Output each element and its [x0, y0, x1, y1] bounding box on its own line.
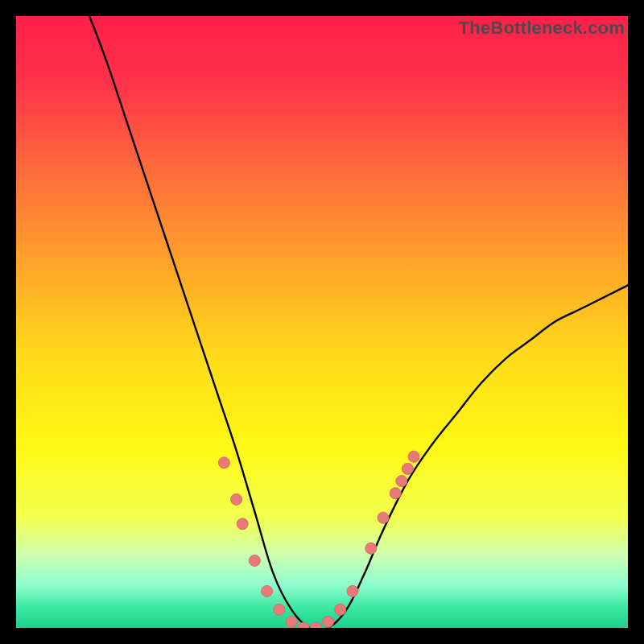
highlight-dot [323, 616, 334, 627]
highlight-dot [408, 451, 419, 462]
highlight-dot [218, 457, 229, 469]
plot-area [16, 16, 628, 628]
highlight-dot [286, 616, 297, 627]
watermark-text: TheBottleneck.com [459, 18, 625, 39]
chart-frame: TheBottleneck.com [0, 0, 644, 644]
gradient-background [16, 16, 628, 628]
highlight-dot [390, 488, 401, 499]
highlight-dot [402, 463, 413, 474]
highlight-dot [274, 604, 285, 615]
highlight-dot [378, 512, 389, 523]
highlight-dot [237, 518, 248, 530]
highlight-dot [249, 555, 260, 566]
highlight-dot [335, 604, 346, 615]
highlight-dot [347, 585, 358, 597]
chart-svg [16, 16, 628, 628]
highlight-dot [365, 543, 377, 554]
highlight-dot [396, 476, 407, 487]
highlight-dot [231, 493, 242, 505]
highlight-dot [262, 585, 273, 597]
